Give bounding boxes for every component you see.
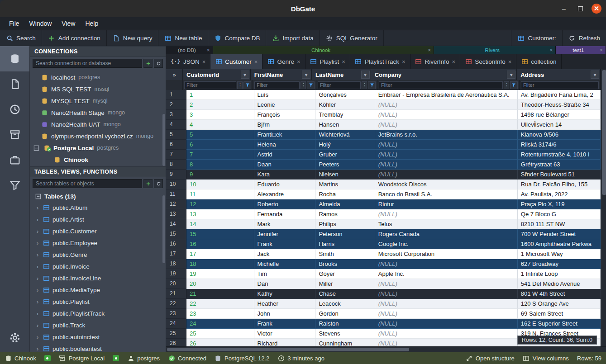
grid-cell[interactable]: 2 — [186, 100, 254, 110]
table-item-public-album[interactable]: ›public.Album — [30, 202, 166, 213]
grid-cell[interactable]: Philips — [315, 219, 375, 229]
filter-funnel-button[interactable] — [368, 81, 376, 89]
table-item-public-booleantest[interactable]: ›public.booleantest — [30, 343, 166, 355]
row-number[interactable]: 2 — [166, 100, 186, 110]
tab-customer[interactable]: Customer× — [210, 54, 262, 69]
maximize-button[interactable] — [575, 4, 585, 14]
filter-input-address[interactable] — [521, 81, 599, 89]
grid-cell[interactable]: Eduardo — [254, 180, 316, 189]
grid-cell[interactable]: (NULL) — [375, 209, 518, 219]
close-icon[interactable]: × — [508, 58, 512, 65]
chevron-right-icon[interactable]: › — [35, 240, 40, 246]
chevron-right-icon[interactable]: › — [35, 251, 40, 258]
toolbar-import-data[interactable]: Import data — [266, 30, 320, 46]
connections-search-input[interactable] — [33, 59, 142, 68]
kebab-menu-icon[interactable]: ⋮ — [237, 81, 243, 89]
grid-cell[interactable]: Grétrystraat 63 — [518, 160, 601, 170]
chevron-right-icon[interactable]: › — [35, 275, 40, 282]
tables-add-button[interactable] — [143, 179, 153, 188]
grid-row[interactable]: 99KaraNielsen(NULL)Sřnder Boulevard 51 — [166, 170, 601, 180]
grid-cell[interactable]: 7 — [186, 150, 254, 160]
grid-row[interactable]: 22LeonieKöhler(NULL)Theodor-Heuss-Straße… — [166, 100, 601, 110]
grid-cell[interactable]: 3 — [186, 110, 254, 120]
grid-cell[interactable]: 700 W Pender Street — [518, 229, 601, 239]
grid-cell[interactable]: (NULL) — [375, 140, 518, 150]
toolbar-sql-generator[interactable]: SQL Generator — [320, 30, 384, 46]
menu-file[interactable]: File — [5, 19, 24, 28]
row-number[interactable]: 19 — [166, 269, 186, 279]
chevron-down-icon[interactable]: ▾ — [302, 71, 310, 79]
grid-cell[interactable]: Apple Inc. — [375, 269, 518, 279]
chevron-right-icon[interactable]: › — [35, 322, 40, 329]
column-header-firstname[interactable]: FirstName▾ — [251, 69, 312, 80]
grid-cell[interactable]: 16 — [186, 239, 254, 249]
grid-vertical-scrollbar[interactable] — [601, 69, 606, 346]
kebab-menu-icon[interactable]: ⋮ — [301, 81, 306, 89]
grid-cell[interactable]: Rilská 3174/6 — [518, 140, 601, 150]
connections-scrollbar[interactable] — [162, 114, 165, 166]
row-number[interactable]: 13 — [166, 209, 186, 219]
row-number[interactable]: 4 — [166, 120, 186, 130]
row-number[interactable]: 21 — [166, 289, 186, 299]
tab-genre[interactable]: Genre× — [262, 54, 305, 69]
menu-window[interactable]: Window — [25, 19, 57, 28]
toolbar-search[interactable]: Search — [0, 30, 42, 46]
grid-cell[interactable]: Rogers Canada — [375, 229, 518, 239]
grid-cell[interactable]: Riotur — [375, 199, 518, 209]
grid-cell[interactable]: Köhler — [315, 100, 375, 110]
grid-cell[interactable]: Victor — [254, 329, 316, 339]
grid-cell[interactable]: Alexandre — [254, 189, 316, 199]
grid-cell[interactable]: Klanova 9/506 — [518, 130, 601, 140]
grid-cell[interactable]: Peeters — [315, 160, 375, 170]
tables-refresh-button[interactable] — [154, 179, 163, 188]
row-number[interactable]: 22 — [166, 299, 186, 309]
grid-row[interactable]: 1010EduardoMartinsWoodstock DiscosRua Dr… — [166, 180, 601, 189]
chevron-right-icon[interactable]: › — [35, 345, 40, 352]
sidebar-archive-button[interactable] — [0, 122, 29, 147]
grid-cell[interactable]: Dan — [254, 279, 316, 289]
grid-row[interactable]: 77AstridGruber(NULL)Rotenturmstraße 4, 1… — [166, 150, 601, 160]
grid-cell[interactable]: (NULL) — [375, 110, 518, 120]
kebab-menu-icon[interactable]: ⋮ — [504, 81, 509, 89]
grid-cell[interactable]: Roberto — [254, 199, 316, 209]
connections-refresh-button[interactable] — [154, 59, 163, 68]
grid-corner-button[interactable]: » — [166, 69, 183, 80]
table-item-public-autoinctest[interactable]: ›public.autoinctest — [30, 331, 166, 343]
grid-cell[interactable]: Theodor-Heuss-Straße 34 — [518, 100, 601, 110]
table-item-public-mediatype[interactable]: ›public.MediaType — [30, 284, 166, 296]
status-connected[interactable]: Connected — [168, 355, 206, 362]
grid-cell[interactable]: 24 — [186, 319, 254, 329]
grid-cell[interactable]: 11 — [186, 189, 254, 199]
grid-cell[interactable]: Franti□ek — [254, 130, 316, 140]
table-item-public-employee[interactable]: ›public.Employee — [30, 237, 166, 249]
grid-cell[interactable]: Google Inc. — [375, 239, 518, 249]
close-icon[interactable]: × — [428, 47, 431, 53]
grid-horizontal-scrollbar[interactable] — [166, 346, 606, 352]
close-button[interactable]: ✕ — [592, 4, 601, 14]
row-number[interactable]: 20 — [166, 279, 186, 289]
row-number[interactable]: 24 — [166, 319, 186, 329]
grid-cell[interactable]: Gordon — [315, 309, 375, 319]
row-number[interactable]: 14 — [166, 219, 186, 229]
grid-row[interactable]: 2222HeatherLeacock(NULL)120 S Orange Ave — [166, 299, 601, 309]
grid-cell[interactable]: 10 — [186, 180, 254, 189]
grid-cell[interactable]: 18 — [186, 259, 254, 269]
grid-cell[interactable]: Bjřrn — [254, 120, 316, 130]
chevron-right-icon[interactable]: › — [35, 216, 40, 223]
chevron-down-icon[interactable]: ▾ — [507, 71, 515, 79]
grid-row[interactable]: 11LuísGonçalvesEmbraer - Empresa Brasile… — [166, 90, 601, 100]
toolbar-new-table[interactable]: New table — [158, 30, 208, 46]
status-chinook[interactable]: Chinook — [5, 355, 36, 362]
table-item-public-genre[interactable]: ›public.Genre — [30, 249, 166, 260]
grid-cell[interactable]: Hansen — [315, 120, 375, 130]
grid-cell[interactable]: Goyer — [315, 269, 375, 279]
grid-cell[interactable]: (NULL) — [375, 289, 518, 299]
grid-cell[interactable]: 8 — [186, 160, 254, 170]
grid-cell[interactable]: Smith — [315, 249, 375, 259]
grid-cell[interactable]: Helena — [254, 140, 316, 150]
toolbar-add-connection[interactable]: Add connection — [42, 30, 107, 46]
status-view-columns[interactable]: View columns — [523, 355, 569, 362]
tables-group[interactable]: Tables (13) — [30, 191, 166, 202]
grid-cell[interactable]: 23 — [186, 309, 254, 319]
close-icon[interactable]: × — [452, 58, 456, 65]
